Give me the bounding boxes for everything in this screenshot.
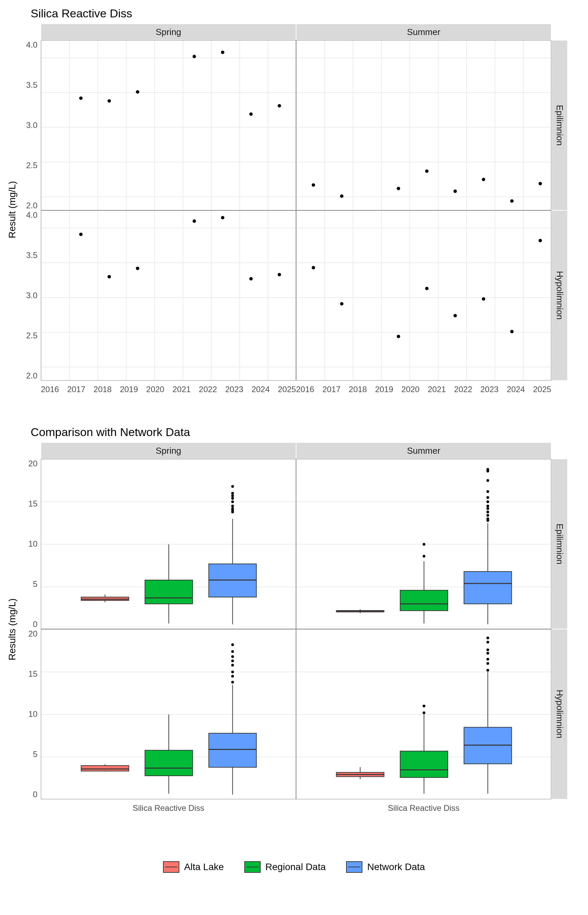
- svg-point-60: [79, 233, 83, 236]
- svg-point-156: [231, 675, 234, 678]
- panel-spring-hypo: [41, 210, 296, 381]
- svg-point-42: [482, 178, 485, 181]
- svg-point-111: [231, 492, 234, 495]
- svg-point-131: [486, 514, 489, 517]
- svg-point-88: [510, 330, 514, 333]
- boxpanel-summer-epi: [296, 459, 551, 629]
- scatter-xticks-l: 2016201720182019202020212022202320242025: [41, 385, 296, 394]
- svg-point-132: [486, 511, 489, 513]
- svg-point-86: [454, 314, 457, 317]
- svg-point-85: [425, 287, 428, 290]
- box-grid: Spring Summer Epilimnion Hypolimnion: [41, 443, 572, 824]
- svg-point-182: [486, 652, 489, 655]
- box-yticks-bot: 20151050: [23, 629, 37, 799]
- svg-point-15: [79, 96, 83, 100]
- scatter-title: Silica Reactive Diss: [31, 7, 132, 20]
- strip-row-hypo-2: Hypolimnion: [551, 629, 568, 799]
- legend-label-alta: Alta Lake: [184, 862, 224, 873]
- svg-point-16: [108, 99, 111, 103]
- svg-point-107: [231, 505, 234, 508]
- panel-summer-hypo: [296, 210, 551, 381]
- svg-point-174: [423, 711, 425, 714]
- svg-point-179: [486, 669, 489, 672]
- scatter-yticks-bot: 4.03.53.02.52.0: [20, 210, 37, 381]
- scatter-xticks-r: 2016201720182019202020212022202320242025: [296, 385, 551, 394]
- box-xcat-r: Silica Reactive Diss: [296, 803, 551, 813]
- boxpanel-summer-hypo: [296, 629, 551, 799]
- svg-point-83: [340, 302, 343, 306]
- strip-col-spring: Spring: [41, 24, 296, 40]
- boxpanel-spring-hypo: [41, 629, 296, 799]
- svg-point-63: [192, 220, 196, 223]
- svg-point-133: [486, 507, 489, 510]
- svg-point-136: [486, 496, 489, 499]
- svg-point-89: [539, 239, 542, 242]
- scatter-ylabel: Result (mg/L): [7, 181, 18, 238]
- svg-point-106: [231, 507, 234, 510]
- legend-swatch-regional: [244, 861, 261, 873]
- svg-point-109: [231, 497, 234, 500]
- boxpanel-spring-epi: [41, 459, 296, 629]
- svg-point-124: [423, 555, 425, 558]
- svg-point-39: [397, 187, 400, 190]
- svg-rect-172: [400, 751, 448, 778]
- legend-label-regional: Regional Data: [265, 862, 326, 873]
- svg-point-87: [482, 297, 485, 301]
- legend-swatch-network: [346, 861, 362, 873]
- svg-point-18: [192, 55, 196, 58]
- legend-label-network: Network Data: [367, 862, 425, 873]
- svg-point-125: [423, 543, 425, 546]
- svg-rect-122: [400, 590, 448, 611]
- svg-point-157: [231, 671, 234, 673]
- box-yticks-top: 20151050: [23, 459, 37, 629]
- svg-rect-147: [81, 766, 129, 771]
- strip-row-hypo: Hypolimnion: [551, 210, 568, 381]
- svg-point-134: [486, 505, 489, 508]
- svg-point-62: [136, 267, 139, 270]
- svg-point-40: [425, 170, 428, 173]
- svg-rect-150: [145, 750, 192, 776]
- strip-row-epi-2: Epilimnion: [551, 459, 568, 629]
- panel-summer-epi: [296, 40, 551, 210]
- svg-point-61: [108, 275, 111, 278]
- svg-point-64: [221, 216, 224, 219]
- svg-point-19: [221, 51, 224, 54]
- svg-point-21: [278, 104, 281, 108]
- svg-point-140: [486, 468, 489, 471]
- legend-key-network: Network Data: [346, 861, 425, 873]
- box-title: Comparison with Network Data: [31, 425, 190, 439]
- box-ylabel: Results (mg/L): [7, 598, 18, 660]
- svg-point-82: [312, 266, 315, 269]
- svg-point-137: [486, 490, 489, 493]
- svg-point-84: [397, 335, 400, 338]
- svg-point-160: [231, 655, 234, 658]
- svg-point-184: [486, 641, 489, 644]
- svg-point-159: [231, 660, 234, 663]
- svg-point-110: [231, 495, 234, 497]
- svg-point-175: [423, 705, 425, 707]
- scatter-grid: Spring Summer Epilimnion Hypolimnion: [41, 24, 572, 405]
- svg-point-162: [231, 643, 234, 646]
- svg-rect-99: [145, 580, 192, 604]
- svg-point-38: [340, 194, 343, 198]
- legend-swatch-alta: [163, 861, 179, 873]
- svg-point-112: [231, 485, 234, 488]
- svg-point-108: [231, 500, 234, 503]
- svg-point-43: [510, 199, 514, 202]
- svg-point-44: [539, 182, 542, 185]
- legend: Alta Lake Regional Data Network Data: [0, 861, 588, 873]
- svg-point-135: [486, 500, 489, 503]
- svg-point-130: [486, 517, 489, 520]
- svg-point-20: [249, 112, 253, 116]
- svg-point-41: [454, 189, 457, 193]
- legend-key-alta: Alta Lake: [163, 861, 224, 873]
- svg-point-66: [278, 273, 281, 276]
- scatter-yticks-top: 4.03.53.02.52.0: [20, 40, 37, 210]
- page: Silica Reactive Diss Result (mg/L) Sprin…: [0, 0, 588, 915]
- svg-point-161: [231, 650, 234, 653]
- svg-point-158: [231, 664, 234, 666]
- strip-col-spring-2: Spring: [41, 443, 296, 459]
- svg-rect-153: [209, 733, 257, 767]
- svg-point-138: [486, 479, 489, 482]
- svg-point-183: [486, 648, 489, 651]
